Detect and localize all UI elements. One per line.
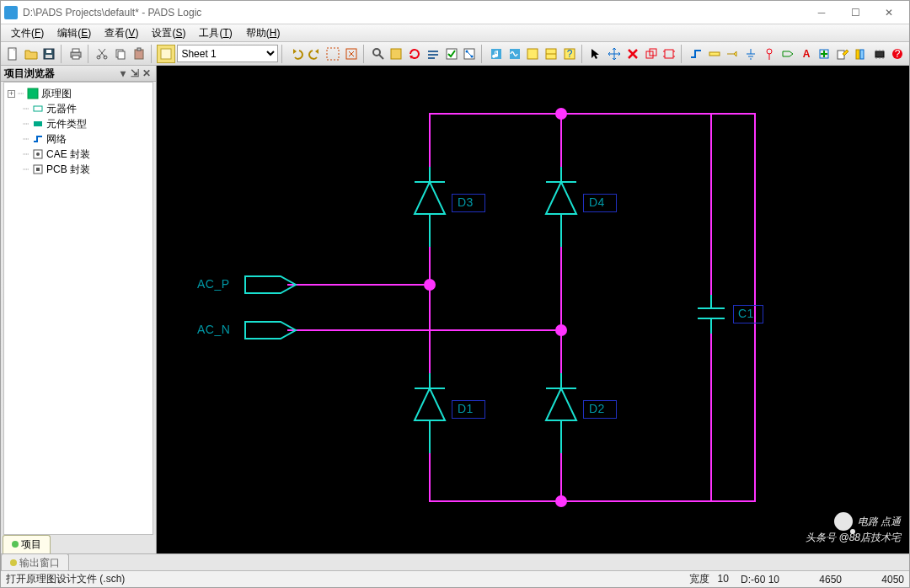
new-icon[interactable] [4, 45, 21, 63]
drc-icon[interactable] [443, 45, 460, 63]
pcb-icon [32, 163, 44, 175]
paste-icon[interactable] [131, 45, 147, 63]
tree-item-components[interactable]: ┈元器件 [6, 101, 151, 116]
project-browser-header: 项目浏览器 ▾ ⇲ ✕ [1, 66, 156, 82]
package-icon[interactable] [871, 45, 888, 63]
netname-icon[interactable] [725, 45, 741, 63]
tree-item-nets[interactable]: ┈网络 [6, 131, 151, 147]
status-message: 打开原理图设计文件 (.sch) [6, 572, 125, 586]
expand-icon[interactable]: + [8, 90, 15, 98]
project-tree[interactable]: + ┈ 原理图 ┈元器件 ┈元件类型 ┈网络 ┈CAE 封装 ┈PCB 封装 [3, 82, 153, 535]
refresh-icon[interactable] [406, 45, 423, 63]
label-d2: D2 [589, 402, 605, 415]
menu-help[interactable]: 帮助(H) [239, 24, 287, 42]
power-icon[interactable] [761, 45, 778, 63]
status-y: 4050 [854, 574, 904, 585]
net-icon [32, 133, 44, 145]
label-d1: D1 [458, 402, 474, 415]
label-c1: C1 [738, 307, 754, 320]
tree-item-pcb[interactable]: ┈PCB 封装 [6, 162, 151, 177]
svg-rect-61 [875, 51, 884, 57]
svg-text:A: A [802, 48, 810, 60]
edit-part-icon[interactable] [834, 45, 851, 63]
add-part-icon[interactable] [816, 45, 832, 63]
copy-comp-icon[interactable] [643, 45, 660, 63]
lib-icon[interactable] [853, 45, 870, 63]
output-panel-tabs: 输出窗口 [1, 553, 909, 570]
output-tab[interactable]: 输出窗口 [1, 553, 69, 572]
svg-rect-41 [665, 50, 673, 58]
save-icon[interactable] [41, 45, 58, 63]
music-icon[interactable] [488, 45, 505, 63]
redo-icon[interactable] [307, 45, 324, 63]
sidebar-tab-project[interactable]: 项目 [3, 535, 51, 553]
cut-icon[interactable] [94, 45, 110, 63]
svg-point-126 [555, 108, 567, 120]
text-icon[interactable]: A [798, 45, 815, 63]
help-icon[interactable]: ? [561, 45, 578, 63]
menu-file[interactable]: 文件(F) [4, 24, 51, 42]
bus-icon[interactable] [706, 45, 723, 63]
panel-title: 项目浏览器 [4, 67, 55, 81]
svg-rect-72 [34, 121, 42, 126]
undo-icon[interactable] [288, 45, 305, 63]
gnd-icon[interactable] [742, 45, 759, 63]
sheet-selector[interactable]: Sheet 1 [157, 45, 278, 63]
minimize-button[interactable]: ─ [805, 3, 838, 23]
svg-marker-16 [315, 49, 318, 54]
svg-rect-46 [709, 52, 720, 56]
maximize-button[interactable]: ☐ [838, 3, 872, 23]
cae-icon [32, 148, 44, 160]
svg-rect-13 [137, 48, 141, 51]
parttype-icon [32, 118, 44, 130]
close-button[interactable]: ✕ [872, 3, 906, 23]
menu-setup[interactable]: 设置(S) [145, 24, 192, 42]
menu-tools[interactable]: 工具(T) [192, 24, 238, 42]
sheet-select[interactable]: Sheet 1 [177, 45, 278, 62]
svg-rect-59 [856, 50, 859, 59]
status-width: 宽度 10 [689, 572, 729, 586]
wire-icon[interactable] [688, 45, 704, 63]
block-icon[interactable] [525, 45, 542, 63]
question-icon[interactable]: ? [889, 45, 906, 63]
menu-edit[interactable]: 编辑(E) [51, 24, 98, 42]
properties-icon[interactable] [425, 45, 442, 63]
wave-icon[interactable] [506, 45, 523, 63]
cursor-icon[interactable] [588, 45, 605, 63]
svg-point-19 [373, 49, 380, 56]
svg-rect-71 [34, 106, 42, 111]
comp-icon[interactable] [661, 45, 678, 63]
tree-item-cae[interactable]: ┈CAE 封装 [6, 147, 151, 162]
tree-item-parttypes[interactable]: ┈元件类型 [6, 116, 151, 131]
svg-rect-23 [428, 51, 438, 52]
svg-line-20 [379, 55, 383, 59]
open-icon[interactable] [23, 45, 40, 63]
panel-menu-icon[interactable]: ▾ [117, 67, 129, 79]
svg-rect-11 [118, 51, 125, 59]
zoom-extents-icon[interactable] [343, 45, 360, 63]
menu-view[interactable]: 查看(V) [98, 24, 145, 42]
svg-rect-14 [161, 49, 171, 59]
schematic-canvas[interactable]: D3 D4 D1 D2 C1 AC_P AC_N 电路 点通 头条号 @88店技… [157, 66, 909, 553]
sidebar-tabs: 项目 [1, 535, 156, 553]
svg-rect-76 [36, 168, 40, 171]
svg-rect-21 [391, 49, 401, 59]
window-title: D:\PADS Projects\default* - PADS Logic [23, 7, 805, 19]
panel-close-icon[interactable]: ✕ [141, 67, 153, 79]
svg-marker-38 [592, 49, 599, 59]
port-icon[interactable] [779, 45, 796, 63]
sheet-view-icon[interactable] [388, 45, 405, 63]
copy-icon[interactable] [112, 45, 129, 63]
move-icon[interactable] [606, 45, 623, 63]
svg-marker-15 [293, 49, 297, 54]
panel-pin-icon[interactable]: ⇲ [129, 67, 141, 79]
netlist-icon[interactable] [462, 45, 479, 63]
delete-icon[interactable] [624, 45, 641, 63]
tree-root[interactable]: + ┈ 原理图 [6, 86, 151, 101]
zoom-window-icon[interactable] [325, 45, 342, 63]
print-icon[interactable] [67, 45, 84, 63]
search-icon[interactable] [370, 45, 387, 63]
label-acp: AC_P [197, 277, 230, 291]
layers-icon[interactable] [543, 45, 559, 63]
label-acn: AC_N [197, 323, 230, 336]
